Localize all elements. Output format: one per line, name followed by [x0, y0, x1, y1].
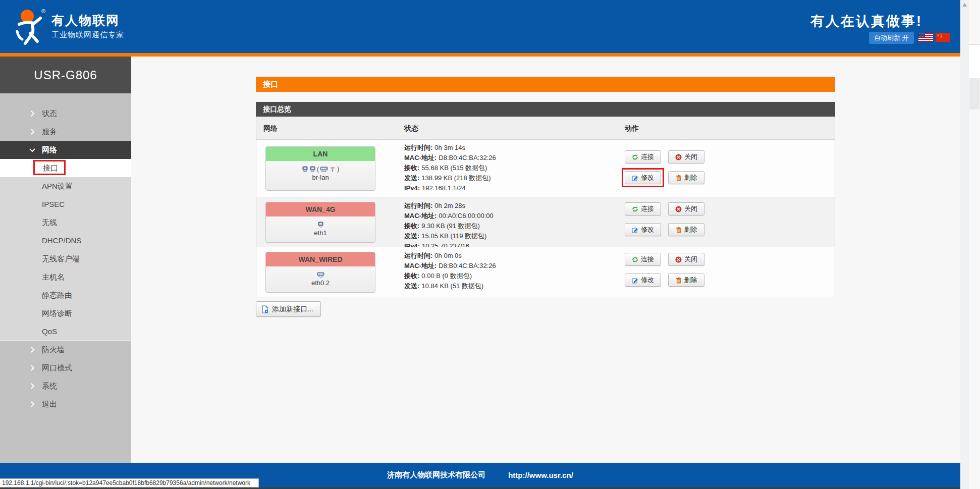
chevron-right-icon — [31, 365, 35, 371]
edit-button[interactable]: 修改 — [625, 171, 661, 184]
zone-badge: WAN_4G — [266, 202, 375, 216]
sidebar-nav: USR-G806 状态 服务 网络 接口 APN设置 IPSEC 无线 DHCP… — [0, 57, 131, 463]
chevron-right-icon — [31, 111, 35, 117]
svg-text:®: ® — [41, 8, 45, 14]
edit-button[interactable]: 修改 — [625, 274, 661, 287]
chevron-right-icon — [31, 401, 35, 407]
scrollbar-thumb[interactable] — [969, 78, 979, 110]
col-header-status: 状态 — [404, 124, 418, 133]
us-flag-icon[interactable] — [918, 33, 933, 42]
browser-status-url: 192.168.1.1/cgi-bin/luci/;stok=b12a947ee… — [0, 478, 259, 487]
device-name: br-lan — [266, 174, 375, 181]
table-row-lan: LAN ( ) br-lan 运行时间:0h 3m 14s MAC-地址:D8:… — [256, 140, 835, 197]
chevron-right-icon — [31, 347, 35, 353]
footer-website-link[interactable]: http://www.usr.cn/ — [508, 471, 573, 479]
trash-icon — [676, 227, 682, 233]
table-row-wan-4g: WAN_4G eth1 运行时间:0h 2m 28s MAC-地址:00:A0:… — [256, 197, 835, 247]
interface-table: 网络 状态 动作 LAN ( ) br-lan — [256, 117, 835, 297]
network-zone-box-wan-4g[interactable]: WAN_4G eth1 — [265, 202, 375, 243]
device-name: eth1 — [266, 229, 375, 237]
auto-refresh-toggle[interactable]: 自动刷新 开 — [869, 32, 914, 44]
sidebar-item-ipsec[interactable]: IPSEC — [0, 195, 131, 213]
trash-icon — [676, 175, 682, 181]
edit-pencil-icon — [632, 175, 638, 181]
zone-badge: LAN — [266, 147, 375, 161]
edit-pencil-icon — [632, 277, 638, 284]
delete-button[interactable]: 删除 — [668, 223, 704, 236]
device-title: USR-G806 — [0, 57, 131, 93]
add-page-icon — [261, 305, 268, 313]
table-row-wan-wired: WAN_WIRED eth0.2 运行时间:0h 0m 0s MAC-地址:D8… — [256, 247, 835, 297]
selected-item-highlight: 接口 — [33, 160, 66, 175]
sidebar-item-hostname[interactable]: 主机名 — [0, 268, 131, 286]
header-slogan: 有人在认真做事! — [810, 12, 922, 30]
delete-button[interactable]: 删除 — [668, 274, 704, 287]
device-name: eth0.2 — [266, 279, 375, 287]
edit-button[interactable]: 修改 — [625, 223, 661, 236]
sidebar-item-diagnostics[interactable]: 网络诊断 — [0, 304, 131, 322]
status-block: 运行时间:0h 3m 14s MAC-地址:D8:B0:4C:BA:32:26 … — [404, 143, 496, 193]
refresh-icon — [632, 206, 638, 212]
add-interface-button[interactable]: 添加新接口... — [256, 301, 321, 317]
main-content: 接口 接口总览 网络 状态 动作 LAN ( ) — [131, 57, 960, 463]
sidebar-item-network[interactable]: 网络 — [0, 141, 131, 159]
sidebar-item-status[interactable]: 状态 — [0, 104, 131, 123]
chevron-right-icon — [31, 129, 35, 135]
page-scrollbar[interactable] — [960, 0, 969, 489]
usr-person-logo-icon: ® — [12, 7, 48, 45]
sidebar-item-port-mode[interactable]: 网口模式 — [0, 359, 131, 377]
stop-button[interactable]: 关闭 — [668, 202, 704, 215]
sidebar-item-firewall[interactable]: 防火墙 — [0, 341, 131, 359]
zone-badge: WAN_WIRED — [266, 252, 375, 266]
trash-icon — [676, 277, 682, 284]
refresh-icon — [632, 256, 638, 263]
sidebar-item-services[interactable]: 服务 — [0, 123, 131, 141]
status-block: 运行时间:0h 0m 0s MAC-地址:D8:B0:4C:BA:32:26 接… — [404, 251, 496, 291]
connect-button[interactable]: 连接 — [625, 202, 661, 215]
app-header: ® 有人物联网 工业物联网通信专家 有人在认真做事! 自动刷新 开 — [0, 0, 960, 53]
ethernet-port-icon — [309, 166, 316, 172]
chevron-down-icon — [29, 148, 35, 152]
stop-button[interactable]: 关闭 — [668, 253, 704, 266]
chevron-right-icon — [31, 383, 35, 389]
table-header-row: 网络 状态 动作 — [256, 117, 835, 140]
stop-icon — [675, 154, 682, 160]
network-zone-box-wan-wired[interactable]: WAN_WIRED eth0.2 — [265, 252, 375, 293]
connect-button[interactable]: 连接 — [625, 253, 661, 266]
status-block: 运行时间:0h 2m 28s MAC-地址:00:A0:C6:00:00:00 … — [404, 201, 494, 251]
sidebar-item-wifi-client[interactable]: 无线客户端 — [0, 250, 131, 268]
sidebar-item-interfaces[interactable]: 接口 — [0, 159, 131, 177]
wifi-icon — [329, 166, 336, 172]
stop-button[interactable]: 关闭 — [668, 150, 704, 164]
ethernet-port-icon — [317, 221, 324, 228]
ethernet-port-icon — [302, 166, 308, 172]
header-accent-bar — [0, 53, 960, 57]
refresh-icon — [632, 154, 638, 160]
page-title: 接口 — [256, 77, 835, 92]
sidebar-item-static-routes[interactable]: 静态路由 — [0, 286, 131, 304]
sidebar-item-wireless[interactable]: 无线 — [0, 213, 131, 232]
sidebar-item-qos[interactable]: QoS — [0, 322, 131, 341]
stop-icon — [675, 206, 682, 212]
sidebar-item-dhcp-dns[interactable]: DHCP/DNS — [0, 232, 131, 250]
section-title: 接口总览 — [256, 102, 835, 117]
stop-icon — [675, 256, 682, 263]
switch-icon — [320, 166, 328, 172]
col-header-network: 网络 — [263, 124, 278, 133]
sidebar-item-logout[interactable]: 退出 — [0, 395, 131, 413]
scroll-up-arrow-icon[interactable] — [962, 3, 967, 7]
ethernet-port-icon — [317, 271, 324, 278]
cn-flag-icon[interactable] — [936, 33, 950, 42]
sidebar-item-apn[interactable]: APN设置 — [0, 177, 131, 195]
brand-title: 有人物联网 — [51, 12, 120, 29]
browser-scrollbar[interactable] — [969, 0, 980, 489]
delete-button[interactable]: 删除 — [668, 171, 704, 184]
network-zone-box-lan[interactable]: LAN ( ) br-lan — [265, 146, 375, 191]
col-header-actions: 动作 — [625, 124, 639, 133]
footer-company: 济南有人物联网技术有限公司 — [387, 470, 485, 480]
sidebar-item-system[interactable]: 系统 — [0, 377, 131, 395]
edit-pencil-icon — [632, 227, 638, 233]
connect-button[interactable]: 连接 — [625, 150, 661, 164]
brand-subtitle: 工业物联网通信专家 — [51, 30, 124, 40]
